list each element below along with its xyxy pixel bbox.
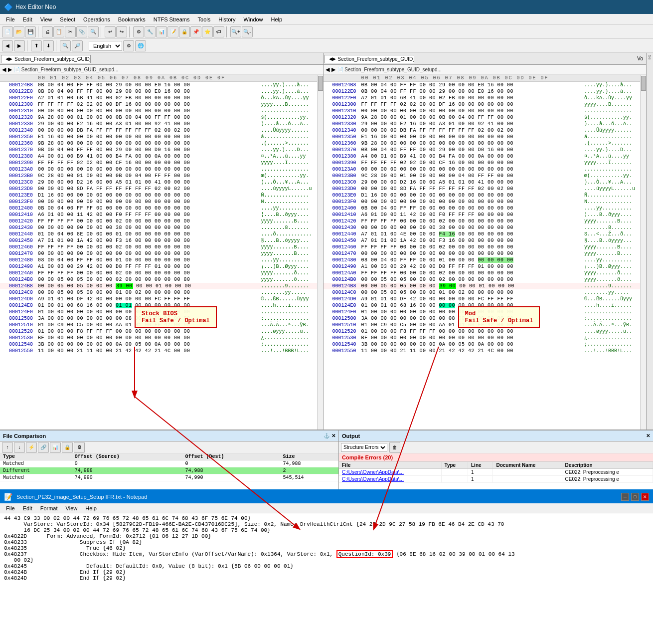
output-table: File Type Line Document Name Description… bbox=[339, 462, 653, 483]
tb-btn10[interactable]: 📊 bbox=[156, 26, 167, 37]
open-btn[interactable]: 📂 bbox=[13, 26, 24, 37]
tb-btn7[interactable]: ↪ bbox=[116, 26, 127, 37]
tb2-icon2[interactable]: 🌐 bbox=[135, 40, 146, 51]
output-close[interactable]: ✕ bbox=[646, 433, 650, 438]
left-nav-label: 📄 Section_Freeform_subtype_GUID_setupd..… bbox=[14, 67, 118, 72]
table-row: 000123E0D1 16 00 00 00 00 00 00 00 00 00… bbox=[0, 192, 323, 199]
comp-btn4[interactable]: 🔗 bbox=[38, 442, 49, 453]
right-tab[interactable]: ◀▶ Section_Freeform_subtype_GUID_setupd.… bbox=[325, 55, 414, 63]
table-row: 00012450A7 01 01 00 1A 42 00 00 F3 16 00… bbox=[324, 237, 647, 244]
tb-btn2[interactable]: 📋 bbox=[53, 26, 64, 37]
table-row: 0001252001 00 00 00 F8 FF FF FF 00 00 00… bbox=[324, 328, 647, 335]
table-row: 00012490A1 00 03 00 29 42 00 00 D8 FF FF… bbox=[0, 263, 323, 270]
table-row: 000123C029 00 00 00 D2 16 00 00 A5 01 01… bbox=[324, 179, 647, 186]
table-row: 00012390FF FF FF FF 02 02 00 00 CF 16 00… bbox=[324, 160, 647, 166]
tb-btn9[interactable]: 🔧 bbox=[145, 26, 156, 37]
table-row: 00012390FF FF FF FF 02 02 00 00 CF 16 00… bbox=[0, 160, 323, 166]
notepad-menu-file[interactable]: File bbox=[2, 505, 19, 512]
right-tab-dock[interactable]: Vo bbox=[637, 56, 643, 61]
tb-btn5[interactable]: 🔍 bbox=[88, 26, 99, 37]
tb-btn12[interactable]: 🔒 bbox=[179, 26, 190, 37]
notepad-menu-view[interactable]: View bbox=[62, 505, 82, 512]
tb2-btn2[interactable]: ▶ bbox=[14, 40, 25, 51]
tb2-btn4[interactable]: ⬇ bbox=[43, 40, 54, 51]
tb-btn15[interactable]: 🏷 bbox=[213, 26, 224, 37]
tb-btn4[interactable]: 📎 bbox=[76, 26, 87, 37]
comparison-dock[interactable]: ⚓ bbox=[324, 433, 329, 438]
cell-offset-dest2: 74,990 bbox=[182, 474, 280, 481]
tb2-btn3[interactable]: ⬆ bbox=[31, 40, 42, 51]
tb2-btn6[interactable]: 🔎 bbox=[72, 40, 83, 51]
table-row: 000123F000 00 00 00 00 00 00 00 00 00 00… bbox=[0, 199, 323, 205]
menu-history[interactable]: History bbox=[214, 15, 239, 23]
print-btn[interactable]: 🖨 bbox=[42, 26, 53, 37]
left-tab[interactable]: ◀▶ Section_Freeform_subtype_GUID_setupd.… bbox=[1, 55, 91, 63]
notepad-maximize-btn[interactable]: □ bbox=[631, 493, 639, 501]
comparison-content[interactable]: Type Offset (Source) Offset (Dest) Size … bbox=[0, 453, 338, 489]
tb-btn3[interactable]: ✂ bbox=[65, 26, 76, 37]
tb2-btn1[interactable]: ◀ bbox=[2, 40, 13, 51]
notepad-menu-edit[interactable]: Edit bbox=[19, 505, 36, 512]
menu-file[interactable]: File bbox=[2, 15, 19, 23]
right-nav-fwd[interactable]: ▶ bbox=[331, 66, 335, 73]
output-type-select[interactable]: Structure Errors bbox=[341, 443, 387, 452]
comp-btn7[interactable]: ⚙ bbox=[74, 442, 85, 453]
zoom-in-btn[interactable]: 🔍+ bbox=[230, 26, 241, 37]
table-row: 0001255011 00 00 00 21 11 00 00 21 42 42… bbox=[324, 348, 647, 354]
left-nav-back[interactable]: ◀ bbox=[2, 66, 6, 73]
tb-btn8[interactable]: ⚙ bbox=[133, 26, 144, 37]
table-row: Matched 74,990 74,990 545,514 bbox=[0, 474, 338, 481]
notepad-menu-format[interactable]: Format bbox=[36, 505, 62, 512]
out-col-docname: Document Name bbox=[493, 462, 562, 469]
left-hex-content[interactable]: Stock BIOS Fail Safe / Optimal 000124B80… bbox=[0, 82, 323, 429]
menu-select[interactable]: Select bbox=[56, 15, 79, 23]
left-nav-fwd[interactable]: ▶ bbox=[8, 66, 12, 73]
table-row: 0001247000 00 00 00 00 00 00 00 00 00 00… bbox=[324, 250, 647, 257]
left-scroll-thumb[interactable] bbox=[318, 76, 323, 91]
left-scrollbar[interactable] bbox=[317, 75, 323, 429]
notepad-content[interactable]: 44 43 C9 33 00 02 00 44 72 69 76 65 72 4… bbox=[0, 513, 653, 644]
menu-edit[interactable]: Edit bbox=[19, 15, 36, 23]
right-header-bytes: 00 01 02 03 04 05 06 07 08 09 0A 0B 0C 0… bbox=[359, 75, 582, 81]
tb-btn11[interactable]: 📝 bbox=[167, 26, 178, 37]
menu-bookmarks[interactable]: Bookmarks bbox=[114, 15, 150, 23]
table-row: 0001243000 00 00 00 00 00 00 00 38 00 00… bbox=[0, 224, 323, 231]
table-row: 00012350E1 16 00 00 00 00 00 00 00 00 00… bbox=[0, 134, 323, 140]
output-content[interactable]: Compile Errors (20) File Type Line Docum… bbox=[339, 453, 653, 489]
menu-help[interactable]: Help bbox=[267, 15, 287, 23]
comp-btn3[interactable]: ⚡ bbox=[26, 442, 37, 453]
table-row: 000125403B 00 00 00 00 00 00 00 0A 00 05… bbox=[0, 341, 323, 348]
tb2-icon1[interactable]: ⚙ bbox=[123, 40, 134, 51]
right-nav-back[interactable]: ◀ bbox=[326, 66, 329, 73]
notepad-minimize-btn[interactable]: ─ bbox=[621, 493, 629, 501]
tb-btn13[interactable]: 📌 bbox=[190, 26, 201, 37]
tb-btn6[interactable]: ↩ bbox=[105, 26, 116, 37]
error-link2[interactable]: C:\Users\Owner\AppData\... bbox=[342, 476, 404, 482]
right-hex-content[interactable]: Mod Fail Safe / Optimal 000124B80B 00 04… bbox=[324, 82, 647, 429]
notepad-menu-help[interactable]: Help bbox=[81, 505, 101, 512]
comp-btn5[interactable]: 📊 bbox=[50, 442, 61, 453]
tb-btn14[interactable]: ⭐ bbox=[202, 26, 213, 37]
error-link1[interactable]: C:\Users\Owner\AppData\... bbox=[342, 469, 404, 475]
tb2-btn5[interactable]: 🔍 bbox=[60, 40, 71, 51]
comp-btn6[interactable]: 🔒 bbox=[62, 442, 73, 453]
menu-ntfs[interactable]: NTFS Streams bbox=[150, 15, 194, 23]
output-clear-btn[interactable]: 🗑 bbox=[389, 442, 400, 453]
comp-btn2[interactable]: ↓ bbox=[14, 442, 25, 453]
right-scroll-thumb[interactable] bbox=[641, 76, 646, 91]
menu-window[interactable]: Window bbox=[239, 15, 267, 23]
table-row: 0001244001 00 04 00 8E 00 00 00 01 00 00… bbox=[0, 231, 323, 237]
comparison-close[interactable]: ✕ bbox=[331, 433, 335, 438]
menu-operations[interactable]: Operations bbox=[79, 15, 114, 23]
new-btn[interactable]: 📄 bbox=[2, 26, 13, 37]
table-row: 00012490A1 00 03 00 29 42 00 00 D8 FF FF… bbox=[324, 263, 647, 270]
comp-btn1[interactable]: ↑ bbox=[2, 442, 13, 453]
right-scrollbar[interactable] bbox=[640, 75, 646, 429]
notepad-close-btn[interactable]: ✕ bbox=[641, 493, 649, 501]
zoom-out-btn[interactable]: 🔍- bbox=[242, 26, 253, 37]
save-btn[interactable]: 💾 bbox=[25, 26, 36, 37]
language-select[interactable]: English bbox=[89, 41, 122, 51]
comparison-toolbar: ↑ ↓ ⚡ 🔗 📊 🔒 ⚙ bbox=[0, 441, 338, 453]
menu-view[interactable]: View bbox=[36, 15, 56, 23]
menu-tools[interactable]: Tools bbox=[194, 15, 215, 23]
